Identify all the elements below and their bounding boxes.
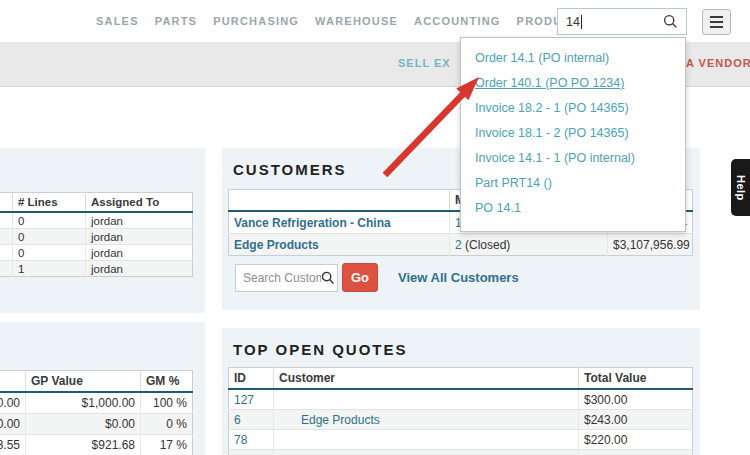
nav-item-purchasing[interactable]: PURCHASING	[213, 15, 299, 27]
search-result-item[interactable]: Part PRT14 ()	[461, 171, 685, 196]
table-row: 0jordan	[0, 245, 193, 261]
table-row: 03.55$921.6817 %	[0, 435, 193, 455]
quote-id-link[interactable]: 78	[234, 433, 247, 447]
nav-item-sales[interactable]: SALES	[96, 15, 139, 27]
table-cell	[0, 212, 13, 229]
text-cursor	[581, 15, 582, 29]
table-cell: jordan	[86, 229, 193, 245]
add-vendor-link[interactable]: A VENDOR	[686, 57, 750, 69]
left-panel-top: # LinesAssigned To 0jordan0jordan0jordan…	[0, 148, 205, 313]
table-cell	[0, 261, 13, 277]
quote-customer-cell	[274, 430, 579, 450]
table-row: $0.00$0.000 %	[0, 414, 193, 435]
table-cell: 0	[13, 212, 86, 229]
total-value-cell: $243.00	[579, 410, 693, 430]
table-cell: $0.00	[26, 414, 141, 435]
customer-link[interactable]: Edge Products	[301, 413, 380, 427]
quote-customer-cell	[274, 389, 579, 410]
table-cell: 17 %	[141, 435, 193, 455]
table-header-row: GP ValueGM %	[0, 371, 193, 393]
help-tab-label: Help	[735, 175, 747, 201]
open-quotes-table: IDCustomerTotal Value 127$300.006Edge Pr…	[228, 367, 693, 455]
table-cell: $0.00	[0, 392, 26, 414]
quote-id-cell: 6	[229, 410, 274, 430]
column-header: Total Value	[579, 368, 693, 390]
table-header-row: # LinesAssigned To	[0, 193, 193, 213]
column-header: Customer	[274, 368, 579, 390]
hamburger-menu-button[interactable]	[702, 9, 731, 35]
table-row: 8Edge Products$202.10	[229, 450, 693, 455]
nav-item-accounting[interactable]: ACCOUNTING	[414, 15, 501, 27]
search-results-dropdown: Order 14.1 (PO internal)Order 140.1 (PO …	[460, 37, 686, 232]
customer-link[interactable]: Vance Refrigeration - China	[234, 216, 391, 230]
search-icon[interactable]	[663, 14, 678, 29]
go-button[interactable]: Go	[342, 263, 378, 292]
ytd-sales-cell: $3,107,956.99	[608, 234, 693, 256]
column-header	[0, 371, 26, 393]
table-cell: 100 %	[141, 392, 193, 414]
search-result-item[interactable]: Order 140.1 (PO PO 1234)	[461, 71, 685, 96]
column-header	[229, 190, 450, 212]
table-cell: 0 %	[141, 414, 193, 435]
column-header: # Lines	[13, 193, 86, 213]
total-value-cell: $300.00	[579, 389, 693, 410]
recent-quote-cell: 2 (Closed)	[450, 234, 608, 256]
table-row: 0jordan	[0, 229, 193, 245]
nav-item-parts[interactable]: PARTS	[155, 15, 197, 27]
table-row: 127$300.00	[229, 389, 693, 410]
quote-id-link[interactable]: 6	[234, 413, 241, 427]
table-cell: jordan	[86, 261, 193, 277]
table-cell: $1,000.00	[26, 392, 141, 414]
quote-id-link[interactable]: 127	[234, 393, 254, 407]
search-result-item[interactable]: PO 14.1	[461, 196, 685, 221]
search-result-item[interactable]: Invoice 18.2 - 1 (PO 14365)	[461, 96, 685, 121]
search-result-item[interactable]: Invoice 18.1 - 2 (PO 14365)	[461, 121, 685, 146]
lines-assigned-table: # LinesAssigned To 0jordan0jordan0jordan…	[0, 192, 193, 277]
column-header: GP Value	[26, 371, 141, 393]
gp-value-table: GP ValueGM % $0.00$1,000.00100 %$0.00$0.…	[0, 370, 193, 455]
quote-customer-cell: Edge Products	[274, 410, 579, 430]
table-row: 0jordan	[0, 212, 193, 229]
table-row: 1jordan	[0, 261, 193, 277]
search-input-value[interactable]: 14	[566, 15, 580, 29]
quote-id-cell: 8	[229, 450, 274, 455]
column-header: ID	[229, 368, 274, 390]
quote-customer-cell: Edge Products	[274, 450, 579, 455]
total-value-cell: $202.10	[579, 450, 693, 455]
table-cell: $0.00	[0, 414, 26, 435]
top-nav: SALESPARTSPURCHASINGWAREHOUSEACCOUNTINGP…	[0, 0, 750, 42]
table-cell: jordan	[86, 212, 193, 229]
customer-search-icon[interactable]	[321, 271, 335, 285]
column-header	[0, 193, 13, 213]
table-cell	[0, 229, 13, 245]
table-row: $0.00$1,000.00100 %	[0, 392, 193, 414]
nav-item-warehouse[interactable]: WAREHOUSE	[315, 15, 398, 27]
table-row: Edge Products2 (Closed)$3,107,956.99	[229, 234, 693, 256]
quote-link[interactable]: 2	[455, 238, 462, 252]
column-header: Assigned To	[86, 193, 193, 213]
global-search-input[interactable]: 14	[557, 8, 687, 35]
search-result-item[interactable]: Order 14.1 (PO internal)	[461, 46, 685, 71]
table-cell: 1	[13, 261, 86, 277]
hamburger-icon	[710, 16, 723, 18]
sell-excess-link[interactable]: SELL EX	[398, 57, 451, 69]
quote-id-cell: 78	[229, 430, 274, 450]
view-all-customers-link[interactable]: View All Customers	[398, 270, 519, 285]
table-row: 78$220.00	[229, 430, 693, 450]
table-cell	[0, 245, 13, 261]
erp-dashboard: SALESPARTSPURCHASINGWAREHOUSEACCOUNTINGP…	[0, 0, 750, 455]
top-open-quotes-panel: TOP OPEN QUOTES IDCustomerTotal Value 12…	[222, 328, 700, 455]
table-cell: $921.68	[26, 435, 141, 455]
column-header: GM %	[141, 371, 193, 393]
left-panel-bottom: GP ValueGM % $0.00$1,000.00100 %$0.00$0.…	[0, 322, 205, 455]
table-cell: 0	[13, 229, 86, 245]
quotes-panel-title: TOP OPEN QUOTES	[233, 341, 700, 358]
table-header-row: IDCustomerTotal Value	[229, 368, 693, 390]
search-result-item[interactable]: Invoice 14.1 - 1 (PO internal)	[461, 146, 685, 171]
help-tab[interactable]: Help	[731, 159, 750, 216]
customer-link[interactable]: Edge Products	[234, 238, 319, 252]
table-cell: 0	[13, 245, 86, 261]
quote-id-cell: 127	[229, 389, 274, 410]
customer-name-cell: Vance Refrigeration - China	[229, 211, 450, 234]
table-cell: jordan	[86, 245, 193, 261]
